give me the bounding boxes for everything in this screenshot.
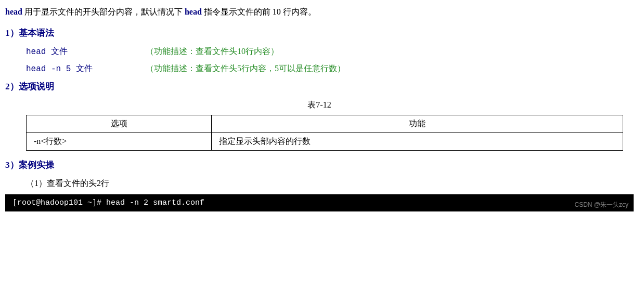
table-cell-option: -n<行数> (27, 132, 212, 150)
intro-keyword1: head (5, 7, 22, 16)
watermark: CSDN @朱一头zcy (574, 201, 628, 209)
syntax-block: head 文件 （功能描述：查看文件头10行内容） head -n 5 文件 （… (26, 46, 634, 74)
section2-title: 2）选项说明 (5, 81, 634, 92)
intro-paragraph: head 用于显示文件的开头部分内容，默认情况下 head 指令显示文件的前 1… (5, 5, 634, 19)
options-table: 选项 功能 -n<行数> 指定显示头部内容的行数 (26, 115, 623, 151)
intro-keyword2: head (185, 7, 202, 16)
intro-text1: 用于显示文件的开头部分内容，默认情况下 (22, 7, 185, 16)
syntax-desc-1: （功能描述：查看文件头10行内容） (146, 46, 279, 57)
table-header-row: 选项 功能 (27, 115, 623, 132)
table-title: 表7-12 (5, 100, 634, 111)
terminal-text: [root@hadoop101 ~]# head -n 2 smartd.con… (12, 198, 204, 207)
syntax-cmd-1: head 文件 (26, 46, 146, 57)
terminal-block: [root@hadoop101 ~]# head -n 2 smartd.con… (5, 194, 634, 211)
table-row: -n<行数> 指定显示头部内容的行数 (27, 132, 623, 150)
section3-title: 3）案例实操 (5, 159, 634, 171)
syntax-desc-2: （功能描述：查看文件头5行内容，5可以是任意行数） (146, 63, 345, 74)
case-label-1: （1）查看文件的头2行 (26, 178, 634, 189)
syntax-line-2: head -n 5 文件 （功能描述：查看文件头5行内容，5可以是任意行数） (26, 63, 634, 74)
syntax-line-1: head 文件 （功能描述：查看文件头10行内容） (26, 46, 634, 57)
table-cell-function: 指定显示头部内容的行数 (212, 132, 623, 150)
syntax-cmd-2: head -n 5 文件 (26, 63, 146, 74)
intro-text2: 指令显示文件的前 10 行内容。 (202, 7, 316, 16)
section1-title: 1）基本语法 (5, 27, 634, 39)
table-header-function: 功能 (212, 115, 623, 132)
case-block: （1）查看文件的头2行 (26, 178, 634, 189)
table-header-option: 选项 (27, 115, 212, 132)
